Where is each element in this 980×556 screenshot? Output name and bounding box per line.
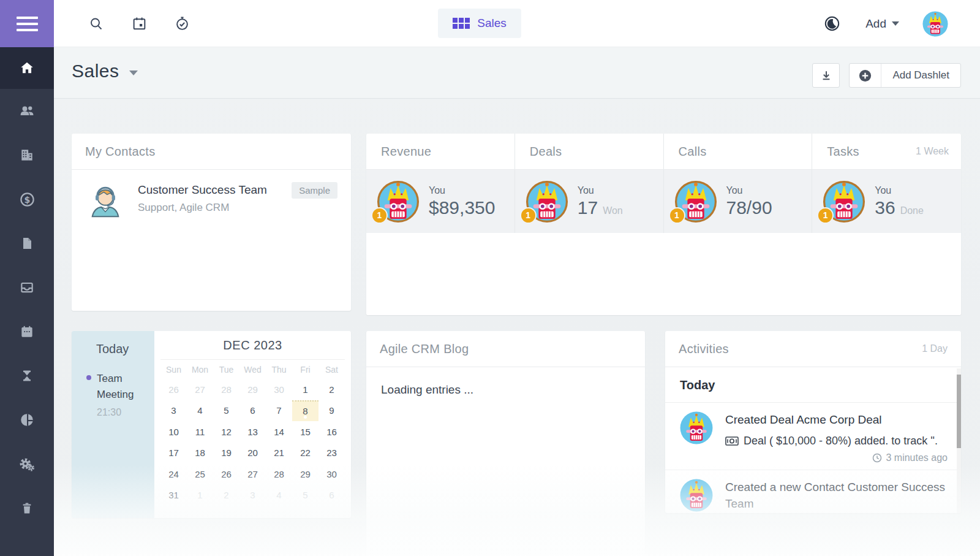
sidebar-item-home[interactable]	[0, 47, 54, 89]
calendar-day[interactable]: 16	[318, 421, 345, 443]
calendar-day[interactable]: 11	[187, 421, 213, 443]
calendar-day[interactable]: 17	[160, 443, 187, 464]
document-icon	[20, 236, 34, 251]
calendar-day[interactable]: 30	[266, 379, 292, 400]
hamburger-menu-button[interactable]	[0, 0, 54, 47]
calendar-day[interactable]: 19	[213, 443, 239, 464]
calendar-day[interactable]: 25	[187, 463, 213, 485]
add-dashlet-label: Add Dashlet	[881, 69, 960, 82]
calendar-day[interactable]: 28	[266, 463, 292, 485]
calendar-day[interactable]: 27	[239, 463, 266, 485]
calendar-day[interactable]: 29	[239, 379, 266, 400]
calendar-day[interactable]: 27	[187, 379, 213, 400]
activity-item[interactable]: Created Deal Acme Corp Deal Deal ( $10,0…	[665, 403, 961, 470]
calendar-day[interactable]: 4	[266, 485, 292, 506]
sidebar-item-calendar[interactable]	[0, 310, 54, 354]
stats-dashlet-group: RevenueDealsCallsTasks1 Week 1 You $89,3…	[366, 134, 961, 315]
calendar-day[interactable]: 3	[239, 485, 266, 506]
sidebar-item-contacts[interactable]	[0, 89, 54, 133]
calendar-day[interactable]: 18	[187, 443, 213, 464]
header-buttons: Add Dashlet	[812, 63, 961, 88]
calendar-day[interactable]: 3	[160, 400, 187, 422]
stat-info: You 17 Won	[578, 185, 623, 218]
calendar-day[interactable]: 5	[213, 400, 239, 422]
dashlet-title: Activities	[679, 342, 729, 356]
download-icon	[820, 69, 832, 82]
download-dashboard-button[interactable]	[812, 63, 840, 88]
calendar-day[interactable]: 30	[318, 463, 345, 485]
calendar-day[interactable]: 1	[292, 379, 318, 400]
sidebar-item-trash[interactable]	[0, 486, 54, 530]
calendar-day[interactable]: 31	[160, 485, 187, 506]
blog-dashlet: Agile CRM Blog Loading entries ...	[366, 331, 645, 556]
calendar-day[interactable]: 23	[318, 443, 345, 464]
stat-band-calls[interactable]: 1 You 78/90	[664, 170, 813, 233]
dashboard-title-dropdown[interactable]: Sales	[72, 61, 138, 82]
page-header: Sales Add Dashlet	[54, 47, 980, 99]
calendar-day[interactable]: 24	[160, 463, 187, 485]
app-switcher-sales-button[interactable]: Sales	[438, 9, 521, 38]
home-icon	[19, 60, 35, 76]
alarm-check-icon[interactable]	[172, 13, 192, 34]
sidebar-item-companies[interactable]	[0, 133, 54, 177]
calendar-day[interactable]: 12	[213, 421, 239, 443]
calendar-weekday: Wed	[239, 360, 266, 379]
calendar-month-label: DEC 2023	[160, 331, 345, 360]
activities-period: 1 Day	[922, 343, 948, 354]
add-dashlet-button[interactable]: Add Dashlet	[849, 63, 961, 88]
scrollbar-thumb[interactable]	[957, 375, 961, 448]
calendar-day[interactable]: 29	[292, 463, 318, 485]
calendar-day[interactable]: 7	[266, 400, 292, 422]
calendar-day-today[interactable]: 8	[292, 400, 318, 422]
calendar-day[interactable]: 21	[266, 443, 292, 464]
calendar-day[interactable]: 10	[160, 421, 187, 443]
search-icon[interactable]	[86, 13, 107, 34]
calendar-day[interactable]: 6	[239, 400, 266, 422]
calendar-day[interactable]: 13	[239, 421, 266, 443]
calendar-day[interactable]: 26	[160, 379, 187, 400]
stat-suffix: Won	[603, 205, 623, 216]
user-avatar[interactable]	[922, 11, 948, 37]
calendar-icon[interactable]	[129, 13, 149, 34]
calendar-day[interactable]: 22	[292, 443, 318, 464]
stat-band-revenue[interactable]: 1 You $89,350	[366, 170, 515, 233]
activity-title: Created a new Contact Customer Success T…	[725, 479, 948, 512]
stat-header-calls: Calls	[664, 134, 813, 170]
contact-list-item[interactable]: Customer Success Team Support, Agile CRM…	[72, 170, 351, 220]
calendar-day[interactable]: 5	[292, 485, 318, 506]
calendar-day[interactable]: 2	[318, 379, 345, 400]
calendar-day[interactable]: 1	[187, 485, 213, 506]
calendar-weekday: Thu	[266, 360, 292, 379]
topbar-icons	[86, 0, 192, 47]
calendar-day[interactable]: 14	[266, 421, 292, 443]
sidebar-item-timeline[interactable]	[0, 354, 54, 398]
sidebar-item-reports[interactable]	[0, 398, 54, 442]
svg-text:$: $	[24, 194, 30, 204]
dollar-icon: $	[19, 191, 36, 208]
add-dropdown-button[interactable]: Add	[865, 17, 899, 31]
stat-info: You 36 Done	[875, 185, 924, 218]
chevron-down-icon	[129, 70, 138, 75]
sidebar-item-documents[interactable]	[0, 221, 54, 265]
activity-item[interactable]: Created a new Contact Customer Success T…	[665, 470, 961, 513]
stat-user-label: You	[429, 185, 495, 196]
moon-icon[interactable]	[821, 13, 842, 34]
calendar-day[interactable]: 26	[213, 463, 239, 485]
calendar-day[interactable]: 20	[239, 443, 266, 464]
calendar-day[interactable]: 15	[292, 421, 318, 443]
calendar-day[interactable]: 28	[213, 379, 239, 400]
sidebar-item-inbox[interactable]	[0, 265, 54, 310]
dashlet-title: Tasks	[827, 145, 859, 159]
calendar-day[interactable]: 4	[187, 400, 213, 422]
stat-band-tasks[interactable]: 1 You 36 Done	[812, 170, 961, 233]
calendar-day[interactable]: 2	[213, 485, 239, 506]
calendar-day[interactable]: 6	[318, 485, 345, 506]
calendar-day[interactable]: 9	[318, 400, 345, 422]
sidebar-item-deals[interactable]: $	[0, 177, 54, 221]
sidebar-item-settings[interactable]	[0, 442, 54, 486]
agenda-event-item[interactable]: Team Meeting 21:30	[86, 371, 154, 418]
rank-badge: 1	[520, 207, 537, 224]
stat-suffix: Done	[900, 205, 924, 216]
stat-band-deals[interactable]: 1 You 17 Won	[515, 170, 664, 233]
activity-avatar	[680, 479, 713, 512]
